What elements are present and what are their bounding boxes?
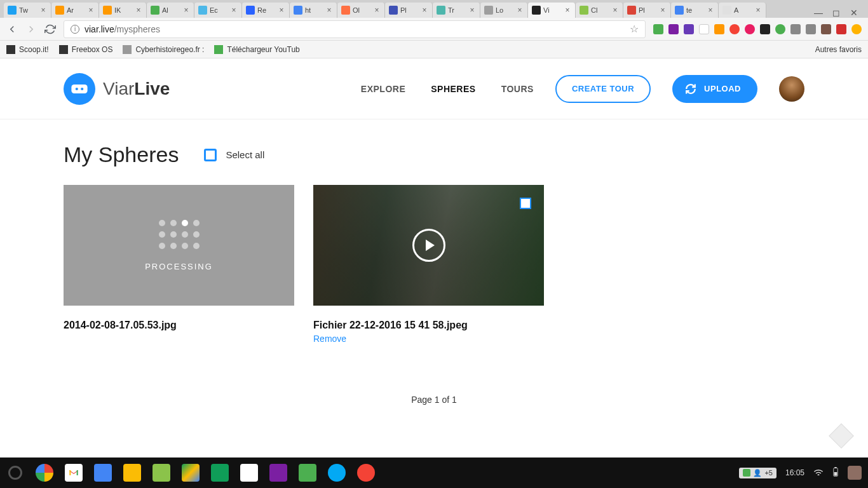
onenote-icon[interactable] (668, 24, 679, 34)
extension-icon[interactable] (729, 24, 740, 34)
close-window-button[interactable]: ✕ (849, 8, 859, 18)
gmail-icon[interactable] (65, 464, 83, 482)
browser-tab[interactable]: ht× (290, 3, 337, 18)
profile-icon[interactable] (851, 24, 862, 34)
close-icon[interactable]: × (564, 6, 571, 14)
processing-spinner-icon (159, 220, 200, 249)
browser-tab[interactable]: Tw× (4, 3, 51, 18)
reload-button[interactable] (44, 24, 56, 35)
play-button[interactable] (412, 229, 445, 262)
tab-title: te (686, 6, 704, 14)
close-icon[interactable]: × (278, 6, 285, 14)
browser-tab[interactable]: te× (671, 3, 719, 18)
favicon (580, 6, 588, 15)
extension-icon[interactable] (806, 24, 816, 34)
close-icon[interactable]: × (421, 6, 428, 14)
browser-tab[interactable]: Al× (147, 3, 194, 18)
browser-tab[interactable]: A× (719, 3, 766, 18)
nav-spheres[interactable]: SPHERES (431, 84, 475, 94)
logo[interactable]: ViarLive (64, 73, 170, 105)
chrome-icon[interactable] (36, 464, 53, 482)
extension-icon[interactable] (760, 24, 770, 34)
nav-explore[interactable]: EXPLORE (361, 84, 405, 94)
browser-tab[interactable]: IK× (99, 3, 147, 18)
remove-link[interactable]: Remove (313, 334, 544, 344)
browser-tab[interactable]: Ar× (51, 3, 99, 18)
extension-icon[interactable] (775, 24, 785, 34)
cast-icon[interactable] (790, 24, 801, 34)
close-icon[interactable]: × (373, 6, 381, 14)
browser-tab[interactable]: Ol× (337, 3, 385, 18)
extension-icon[interactable] (745, 24, 755, 34)
app-icon[interactable] (153, 464, 170, 482)
create-tour-button[interactable]: CREATE TOUR (555, 75, 651, 103)
launcher-button[interactable] (6, 464, 24, 482)
bookmark-label: Téléchargeur YouTub (227, 45, 299, 54)
wifi-icon[interactable] (813, 468, 824, 478)
docs-icon[interactable] (94, 464, 112, 482)
browser-tab[interactable]: Pl× (385, 3, 433, 18)
close-icon[interactable]: × (135, 6, 142, 14)
close-icon[interactable]: × (230, 6, 238, 14)
bookmark-star-icon[interactable]: ☆ (630, 23, 639, 35)
bookmark-icon (59, 45, 68, 54)
extension-icon[interactable] (699, 24, 709, 34)
close-icon[interactable]: × (659, 6, 667, 14)
bookmark-item[interactable]: Cyberhistoiregeo.fr : (123, 45, 204, 54)
drive-icon[interactable] (182, 464, 200, 482)
browser-tab[interactable]: Re× (242, 3, 290, 18)
clock[interactable]: 16:05 (785, 468, 804, 477)
browser-tab[interactable]: Lo× (480, 3, 528, 18)
sphere-thumbnail[interactable] (313, 185, 544, 306)
files-icon[interactable] (328, 464, 346, 482)
bookmark-item[interactable]: Téléchargeur YouTub (214, 45, 299, 54)
slides-icon[interactable] (123, 464, 141, 482)
rss-icon[interactable] (714, 24, 724, 34)
bookmark-item[interactable]: Scoop.it! (6, 45, 49, 54)
site-info-icon[interactable]: i (71, 25, 79, 34)
select-all[interactable]: Select all (204, 149, 264, 161)
googleplus-icon (627, 6, 636, 15)
user-avatar-icon[interactable] (848, 466, 862, 480)
maximize-button[interactable]: ◻ (831, 8, 841, 18)
browser-tab[interactable]: Cl× (576, 3, 623, 18)
close-icon[interactable]: × (707, 6, 714, 14)
browser-tab[interactable]: Pl× (623, 3, 671, 18)
app-icon[interactable] (357, 464, 375, 482)
feedly-icon[interactable] (211, 464, 229, 482)
extension-icon[interactable] (684, 24, 694, 34)
close-icon[interactable]: × (754, 6, 762, 14)
onenote-icon[interactable] (269, 464, 287, 482)
close-icon[interactable]: × (39, 6, 47, 14)
close-icon[interactable]: × (182, 6, 190, 14)
minimize-button[interactable]: — (813, 8, 824, 18)
extension-icon[interactable] (821, 24, 831, 34)
extension-icon[interactable] (653, 24, 663, 34)
browser-tab-active[interactable]: Vi× (528, 3, 576, 18)
bookmark-item[interactable]: Freebox OS (59, 45, 113, 54)
close-icon[interactable]: × (468, 6, 476, 14)
play-store-icon[interactable] (240, 464, 258, 482)
app-icon[interactable] (299, 464, 316, 482)
browser-tab[interactable]: Ec× (194, 3, 242, 18)
close-icon[interactable]: × (516, 6, 524, 14)
close-icon[interactable]: × (325, 6, 333, 14)
select-all-checkbox[interactable] (204, 149, 217, 161)
nav-tours[interactable]: TOURS (501, 84, 534, 94)
back-button[interactable] (6, 24, 18, 35)
close-icon[interactable]: × (611, 6, 619, 14)
battery-icon[interactable] (832, 467, 839, 479)
forward-button[interactable] (25, 24, 37, 35)
notification-badge[interactable]: 👤 +5 (739, 468, 776, 478)
user-avatar[interactable] (779, 76, 804, 102)
browser-tab[interactable]: Tr× (433, 3, 480, 18)
svg-point-1 (76, 87, 78, 90)
sphere-select-checkbox[interactable] (520, 198, 531, 209)
sphere-thumbnail-processing[interactable]: PROCESSING (64, 185, 294, 306)
omnibox[interactable]: i viar.live/myspheres ☆ (64, 20, 646, 38)
extension-icon[interactable] (836, 24, 846, 34)
other-bookmarks[interactable]: Autres favoris (811, 45, 862, 54)
close-icon[interactable]: × (87, 6, 95, 14)
create-tour-label: CREATE TOUR (572, 84, 634, 93)
upload-button[interactable]: UPLOAD (672, 75, 757, 103)
